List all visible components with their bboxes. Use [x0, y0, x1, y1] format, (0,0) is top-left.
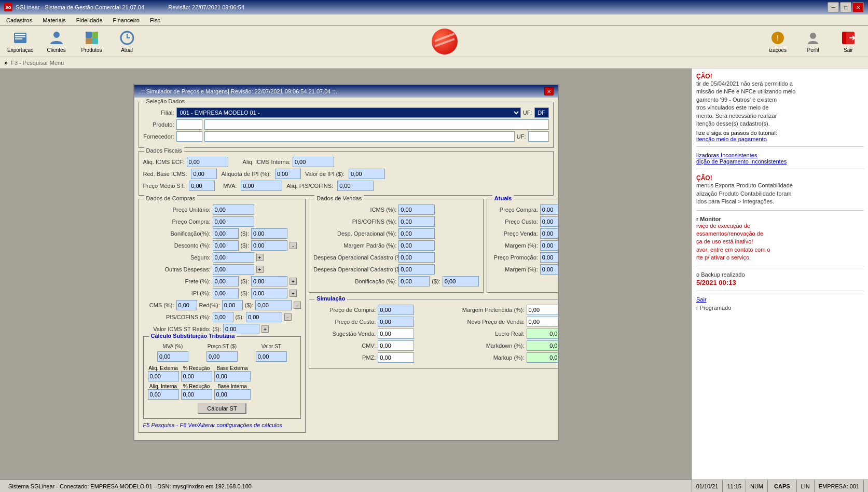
link3[interactable]: dição de Pagamento Inconsistentes: [696, 158, 787, 165]
frete-plus-btn[interactable]: +: [290, 278, 297, 285]
bonificacao-venda-val-input[interactable]: [443, 276, 479, 286]
cms-pct-input[interactable]: [176, 300, 197, 310]
atual-margem2-input[interactable]: [540, 264, 559, 275]
filial-select[interactable]: 001 - EMPRESA MODELO 01 -: [176, 107, 521, 118]
desp-op-input[interactable]: [398, 228, 435, 239]
close-button[interactable]: ✕: [852, 2, 864, 12]
menu-fidelidade[interactable]: Fidelidade: [72, 16, 107, 24]
aliq-interna-input[interactable]: [148, 389, 179, 400]
red-base-icms-input[interactable]: [191, 169, 217, 179]
margem-padrao-input[interactable]: [398, 240, 435, 251]
fornecedor-code-input[interactable]: [176, 131, 202, 142]
base-interna-input[interactable]: [214, 389, 251, 400]
bonificacao-venda-pct-input[interactable]: [398, 276, 430, 286]
link2-container: lizadoras Inconsistentes: [696, 152, 864, 158]
seguro-input[interactable]: [213, 252, 254, 263]
mva-input[interactable]: [241, 181, 282, 191]
aliq-ipi-input[interactable]: [275, 169, 301, 179]
sim-preco-custo-input[interactable]: [378, 317, 414, 327]
frete-val-input[interactable]: [251, 276, 287, 286]
outras-despesas-input[interactable]: [213, 264, 254, 275]
sim-novo-preco-input[interactable]: [527, 317, 559, 327]
footer-link[interactable]: F5 Pesquisa - F6 Ver/Alterar configuraçõ…: [143, 422, 283, 428]
sim-margem-pretendida-input[interactable]: [527, 305, 559, 315]
link2[interactable]: lizadoras Inconsistentes: [696, 152, 757, 158]
cms-minus-btn[interactable]: -: [294, 302, 301, 309]
minimize-button[interactable]: ─: [828, 2, 839, 12]
preco-unitario-input[interactable]: [213, 204, 254, 215]
sair-right-link[interactable]: Sair: [696, 296, 707, 303]
desconto-pct-input[interactable]: [213, 240, 239, 251]
base-externa-input[interactable]: [214, 371, 251, 381]
menu-cadastros[interactable]: Cadastros: [2, 16, 36, 24]
aliq-pis-cofins-label: Aliq. PIS/COFINS:: [286, 183, 333, 189]
cms-val-input[interactable]: [255, 300, 292, 310]
maximize-button[interactable]: □: [840, 2, 851, 12]
sim-cmv-input[interactable]: [378, 340, 414, 351]
sair-button[interactable]: Sair: [833, 29, 864, 54]
icms-st-plus-btn[interactable]: +: [261, 325, 269, 333]
bonificacao-pct-input[interactable]: [213, 228, 239, 239]
despesa-op-cad-pct-input[interactable]: [398, 252, 435, 263]
frete-pct-input[interactable]: [213, 276, 239, 286]
ipi-plus-btn[interactable]: +: [290, 290, 297, 297]
atual-preco-custo-input[interactable]: [540, 216, 559, 227]
aliq-externa-input[interactable]: [148, 371, 179, 381]
menu-materiais[interactable]: Materiais: [38, 16, 70, 24]
menu-financeiro[interactable]: Financeiro: [109, 16, 144, 24]
seguro-plus-btn[interactable]: +: [256, 254, 264, 261]
pis-minus-btn[interactable]: -: [284, 313, 292, 321]
exportacao-button[interactable]: Exportação: [4, 29, 37, 54]
clientes-label: Clientes: [47, 47, 66, 53]
aliq-icms-interna-input[interactable]: [293, 157, 334, 167]
menu-fisc[interactable]: Fisc: [146, 16, 164, 24]
fornecedor-uf-input[interactable]: [528, 131, 549, 142]
pis-cofins-pct-input[interactable]: [213, 312, 233, 322]
link1[interactable]: itenção meio de pagamento: [696, 136, 767, 142]
sim-preco-compra-input[interactable]: [378, 305, 414, 315]
calcular-st-button[interactable]: Calcular ST: [198, 403, 246, 414]
produto-code-input[interactable]: [176, 119, 202, 130]
desconto-val-input[interactable]: [251, 240, 287, 251]
desconto-minus-btn[interactable]: -: [290, 242, 297, 249]
atual-preco-venda-input[interactable]: [540, 228, 559, 239]
ipi-pct-input[interactable]: [213, 288, 239, 298]
despesa-op-cad-val-input[interactable]: [398, 264, 435, 275]
produtos-button[interactable]: Produtos: [76, 29, 107, 54]
outras-plus-btn[interactable]: +: [256, 266, 264, 273]
modal-overlay: ..:: Simulador de Preços e Margens| Revi…: [0, 69, 692, 480]
modal-close-button[interactable]: ✕: [544, 87, 554, 95]
mva-val-input[interactable]: [157, 351, 188, 362]
preco-medio-st-input[interactable]: [189, 181, 215, 191]
atual-margem-input[interactable]: [540, 240, 559, 251]
atual-preco-compra-input[interactable]: [540, 204, 559, 215]
valor-st-val-input[interactable]: [256, 351, 287, 362]
preco-compra-input[interactable]: [213, 216, 254, 227]
icms-venda-input[interactable]: [398, 204, 435, 215]
pis-cofins-venda-input[interactable]: [398, 216, 435, 227]
valor-ipi-input[interactable]: [349, 169, 385, 179]
reducao-int-input[interactable]: [181, 389, 212, 400]
produto-name-input[interactable]: [204, 119, 549, 130]
aliq-icms-ecf-input[interactable]: 0,00: [187, 157, 228, 167]
clientes-button[interactable]: Clientes: [41, 29, 72, 54]
bonificacao-val-input[interactable]: [251, 228, 287, 239]
atual-button[interactable]: Atual: [112, 29, 143, 54]
sim-pmz-input[interactable]: [378, 352, 414, 363]
preco-st-val-input[interactable]: [206, 351, 238, 362]
atualizacoes-button[interactable]: ! izações: [762, 29, 793, 54]
sim-sugestao-input[interactable]: [378, 329, 414, 339]
perfil-button[interactable]: Perfil: [797, 29, 829, 54]
red-pct-input[interactable]: [222, 300, 243, 310]
atuais-title: Atuais: [492, 195, 514, 201]
ipi-val-input[interactable]: [251, 288, 287, 298]
expand-arrow[interactable]: »: [4, 59, 8, 66]
sim-markdown-input[interactable]: [527, 340, 559, 351]
atual-preco-promocao-input[interactable]: [540, 252, 559, 263]
sim-lucro-real-input[interactable]: [527, 329, 559, 339]
aliq-pis-cofins-input[interactable]: [337, 181, 374, 191]
sim-markup-input[interactable]: [527, 352, 559, 363]
fornecedor-name-input[interactable]: [204, 131, 515, 142]
reducao-ext-input[interactable]: [181, 371, 212, 381]
pis-cofins-val-input[interactable]: [246, 312, 282, 322]
